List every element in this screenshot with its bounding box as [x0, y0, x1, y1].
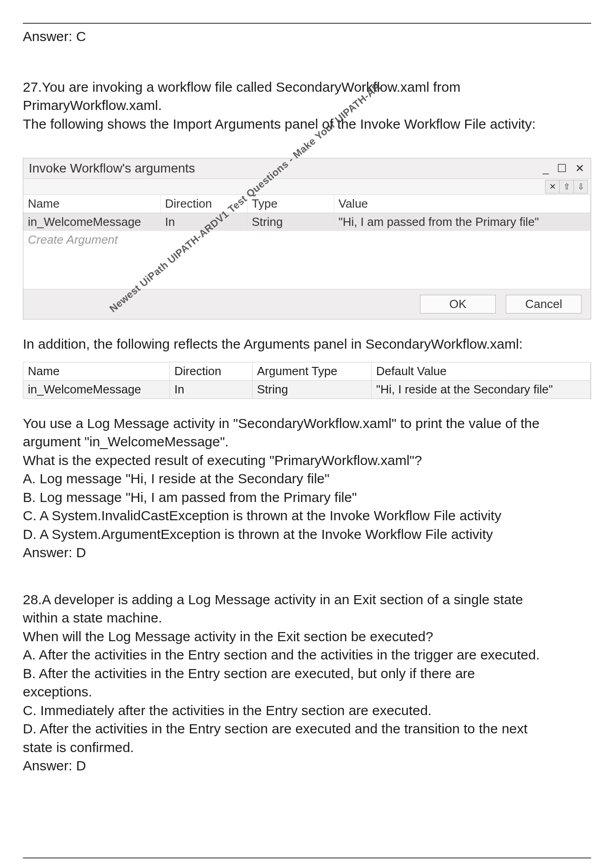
arg-direction: In: [170, 380, 252, 398]
argument-row[interactable]: in_WelcomeMessage In String "Hi, I am pa…: [23, 213, 591, 231]
col-direction: Direction: [170, 362, 252, 380]
q27-line3: The following shows the Import Arguments…: [23, 115, 591, 134]
col-argument-type: Argument Type: [252, 362, 372, 380]
q27-line2: PrimaryWorkflow.xaml.: [23, 96, 591, 115]
arg-name: in_WelcomeMessage: [23, 213, 160, 231]
maximize-icon[interactable]: ☐: [555, 163, 569, 174]
secondary-header-row: Name Direction Argument Type Default Val…: [23, 362, 591, 380]
arg-type: String: [247, 213, 334, 231]
q27-after-2: argument "in_WelcomeMessage".: [23, 433, 591, 451]
cancel-button[interactable]: Cancel: [506, 295, 582, 314]
close-icon[interactable]: ✕: [573, 163, 586, 174]
minimize-icon[interactable]: _: [541, 163, 551, 174]
arguments-header-row: Name Direction Type Value: [23, 195, 591, 213]
dialog-toolbar: ✕ ⇧ ⇩: [23, 179, 591, 195]
arg-name: in_WelcomeMessage: [23, 380, 170, 398]
q28-option-d-2: state is confirmed.: [23, 738, 591, 757]
col-name: Name: [23, 195, 160, 213]
move-down-icon[interactable]: ⇩: [573, 180, 588, 193]
col-value: Value: [334, 195, 591, 213]
dialog-titlebar: Invoke Workflow's arguments _ ☐ ✕: [23, 158, 591, 179]
q27-line1: 27.You are invoking a workflow file call…: [23, 78, 591, 97]
arg-value: "Hi, I am passed from the Primary file": [334, 213, 591, 231]
bottom-rule: [23, 858, 591, 858]
q28-line3: When will the Log Message activity in th…: [23, 627, 591, 646]
invoke-workflow-arguments-dialog: Invoke Workflow's arguments _ ☐ ✕ ✕ ⇧ ⇩ …: [23, 158, 591, 319]
q27-option-c: C. A System.InvalidCastException is thro…: [23, 507, 591, 525]
q28-option-a: A. After the activities in the Entry sec…: [23, 646, 591, 664]
delete-argument-icon[interactable]: ✕: [545, 180, 560, 193]
ok-button[interactable]: OK: [420, 295, 496, 314]
q28-option-d-1: D. After the activities in the Entry sec…: [23, 720, 591, 738]
q28-option-b-1: B. After the activities in the Entry sec…: [23, 664, 591, 683]
q27-answer: Answer: D: [23, 544, 591, 562]
secondary-argument-row[interactable]: in_WelcomeMessage In String "Hi, I resid…: [23, 380, 591, 398]
q28-option-b-2: exceptions.: [23, 683, 591, 701]
move-up-icon[interactable]: ⇧: [559, 180, 574, 193]
window-buttons: _ ☐ ✕: [541, 163, 586, 174]
secondary-arguments-panel: Name Direction Argument Type Default Val…: [23, 362, 591, 399]
create-argument-label: Create Argument: [23, 231, 591, 249]
q28-line1: 28.A developer is adding a Log Message a…: [23, 591, 591, 609]
arg-direction: In: [160, 213, 247, 231]
q28-answer: Answer: D: [23, 757, 591, 775]
prev-answer: Answer: C: [23, 27, 591, 46]
q28-option-c: C. Immediately after the activities in t…: [23, 701, 591, 720]
top-rule: [23, 23, 591, 24]
table-padding: [23, 249, 591, 289]
q27-after-3: What is the expected result of executing…: [23, 451, 591, 470]
dialog-footer: OK Cancel: [23, 289, 591, 319]
q27-option-b: B. Log message "Hi, I am passed from the…: [23, 488, 591, 507]
page: Answer: C 27.You are invoking a workflow…: [0, 0, 614, 868]
col-default-value: Default Value: [372, 362, 591, 380]
q28-line2: within a state machine.: [23, 609, 591, 627]
arguments-table: Name Direction Type Value in_WelcomeMess…: [23, 195, 591, 289]
col-type: Type: [247, 195, 334, 213]
q27-after-1: You use a Log Message activity in "Secon…: [23, 414, 591, 433]
create-argument-row[interactable]: Create Argument: [23, 231, 591, 249]
q27-option-a: A. Log message "Hi, I reside at the Seco…: [23, 470, 591, 488]
col-direction: Direction: [160, 195, 247, 213]
arg-type: String: [252, 380, 372, 398]
arg-default-value: "Hi, I reside at the Secondary file": [372, 380, 591, 398]
q27-mid-text: In addition, the following reflects the …: [23, 335, 591, 354]
q27-option-d: D. A System.ArgumentException is thrown …: [23, 525, 591, 544]
dialog-title: Invoke Workflow's arguments: [29, 161, 195, 176]
col-name: Name: [23, 362, 170, 380]
